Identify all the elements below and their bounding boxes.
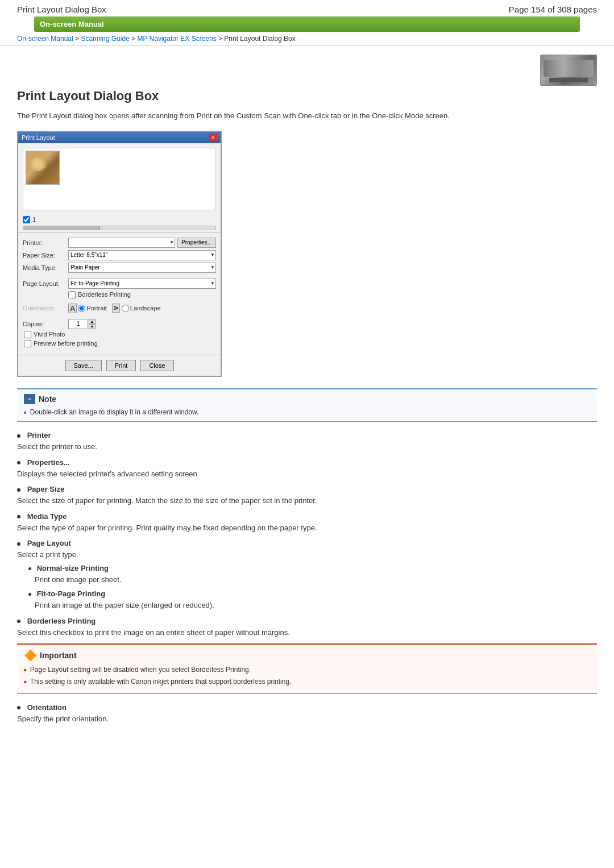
list-item-printer: Printer Select the printer to use. [17, 431, 597, 452]
page-layout-select-wrapper: Fit-to-Page Printing ▼ [68, 279, 216, 289]
bullet-dot [17, 620, 20, 623]
properties-item-title: Properties... [17, 458, 597, 467]
page-layout-select[interactable]: Fit-to-Page Printing [68, 279, 216, 289]
image-number: 1 [32, 216, 36, 223]
important-title: 🔶 Important [24, 649, 590, 662]
copies-row: Copies: ▲ ▼ [23, 319, 216, 329]
properties-item-desc: Displays the selected printer's advanced… [17, 468, 597, 480]
media-type-label: Media Type: [23, 264, 68, 271]
landscape-icon: A [112, 304, 120, 313]
breadcrumb-scanning-guide[interactable]: Scanning Guide [81, 35, 129, 43]
media-type-row: Media Type: Plain Paper ▼ [23, 263, 216, 273]
vivid-photo-checkbox[interactable] [24, 331, 31, 338]
list-item-properties: Properties... Displays the selected prin… [17, 458, 597, 480]
important-icon: 🔶 [24, 649, 36, 662]
dialog-thumbnail [26, 151, 60, 185]
vivid-photo-label: Vivid Photo [34, 331, 65, 338]
printer-select-wrapper: ▼ [68, 238, 175, 248]
page-info: Page 154 of 308 pages [509, 5, 597, 14]
borderless-label: Borderless Printing [78, 291, 131, 298]
bullet-dot [17, 488, 20, 492]
fit-to-page-desc: Print an image at the paper size (enlarg… [35, 600, 597, 611]
orientation-item-desc: Specify the print orientation. [17, 713, 597, 725]
breadcrumb-current: Print Layout Dialog Box [224, 35, 295, 43]
orientation-row: Orientation: A Portrait A Landscape [23, 304, 216, 313]
borderless-row: Borderless Printing [68, 291, 216, 298]
dialog-title-bar: Print Layout ✕ [18, 132, 221, 143]
landscape-radio[interactable] [122, 305, 129, 312]
copies-label: Copies: [23, 321, 68, 327]
dialog-image-checkbox-row: 1 [18, 215, 221, 226]
paper-size-item-title: Paper Size [17, 485, 597, 493]
page-layout-row: Page Layout: Fit-to-Page Printing ▼ [23, 279, 216, 289]
portrait-icon: A [68, 304, 77, 313]
dialog-title: Print Layout [22, 134, 55, 141]
portrait-label: Portrait [86, 305, 106, 312]
borderless-checkbox[interactable] [68, 291, 76, 298]
save-button[interactable]: Save... [65, 360, 102, 371]
orientation-label: Orientation: [23, 305, 68, 312]
dialog-scrollbar[interactable] [23, 226, 216, 230]
page-header: Print Layout Dialog Box Page 154 of 308 … [0, 0, 614, 16]
borderless-item-desc: Select this checkbox to print the image … [17, 627, 597, 638]
intro-text: The Print Layout dialog box opens after … [17, 110, 597, 122]
printer-select[interactable] [68, 238, 175, 248]
note-icon: ≡ [24, 394, 35, 404]
breadcrumb: On-screen Manual > Scanning Guide > MP N… [0, 32, 614, 46]
dialog-close-button[interactable]: ✕ [209, 134, 217, 142]
preview-checkbox[interactable] [24, 340, 31, 347]
portrait-radio[interactable] [78, 305, 85, 312]
banner-text: On-screen Manual [40, 20, 104, 28]
important-item-0: ■ Page Layout setting will be disabled w… [24, 665, 590, 675]
copies-spinner: ▲ ▼ [89, 319, 96, 329]
printer-image-area [0, 52, 614, 89]
print-button[interactable]: Print [106, 360, 136, 371]
paper-size-row: Paper Size: Letter 8.5"x11" ▼ [23, 250, 216, 260]
important-box: 🔶 Important ■ Page Layout setting will b… [17, 643, 597, 694]
landscape-option: A Landscape [111, 304, 161, 312]
preview-row: Preview before printing [24, 340, 216, 347]
printer-image [540, 55, 597, 86]
landscape-label: Landscape [130, 305, 161, 312]
media-type-select[interactable]: Plain Paper [68, 263, 216, 273]
printer-label: Printer: [23, 239, 68, 246]
paper-size-select[interactable]: Letter 8.5"x11" [68, 250, 216, 260]
important-bullet: ■ [24, 679, 27, 685]
bullet-dot [17, 434, 20, 438]
copies-input[interactable] [68, 319, 88, 329]
copies-up-button[interactable]: ▲ [89, 319, 96, 324]
main-content: Print Layout Dialog Box The Print Layout… [0, 89, 614, 747]
close-button[interactable]: Close [140, 360, 173, 371]
dialog-image-area [23, 148, 216, 210]
onscreen-manual-banner: On-screen Manual [34, 16, 580, 32]
breadcrumb-home[interactable]: On-screen Manual [17, 35, 73, 43]
print-layout-dialog: Print Layout ✕ 1 Printer: [17, 131, 222, 377]
bullet-dot [17, 542, 20, 546]
sub-bullet [28, 593, 31, 596]
media-type-item-desc: Select the type of paper for printing. P… [17, 522, 597, 534]
dialog-form: Printer: ▼ Properties... Paper Size: Let… [18, 235, 221, 351]
important-bullet: ■ [24, 667, 27, 673]
normal-size-title: Normal-size Printing [28, 564, 597, 572]
vivid-photo-row: Vivid Photo [24, 331, 216, 338]
list-item-orientation: Orientation Specify the print orientatio… [17, 703, 597, 725]
copies-down-button[interactable]: ▼ [89, 324, 96, 329]
breadcrumb-mp-navigator[interactable]: MP Navigator EX Screens [138, 35, 217, 43]
sub-item-fit-to-page: Fit-to-Page Printing Print an image at t… [28, 589, 597, 611]
note-item-text: Double-click an image to display it in a… [30, 408, 199, 417]
dialog-bottom-divider [18, 355, 221, 355]
image-checkbox[interactable] [23, 216, 30, 223]
important-item-text-0: Page Layout setting will be disabled whe… [30, 665, 251, 675]
borderless-item-title: Borderless Printing [17, 617, 597, 625]
normal-size-desc: Print one image per sheet. [35, 574, 597, 585]
preview-label: Preview before printing [34, 340, 98, 347]
sub-bullet [28, 567, 31, 570]
properties-button[interactable]: Properties... [177, 238, 216, 248]
note-title: ≡ Note [24, 394, 590, 404]
note-bullet: ■ [24, 409, 27, 416]
printer-item-desc: Select the printer to use. [17, 441, 597, 452]
page-layout-item-title: Page Layout [17, 539, 597, 547]
important-item-1: ■ This setting is only available with Ca… [24, 677, 590, 687]
media-type-select-wrapper: Plain Paper ▼ [68, 263, 216, 273]
content-list: Printer Select the printer to use. Prope… [17, 431, 597, 724]
